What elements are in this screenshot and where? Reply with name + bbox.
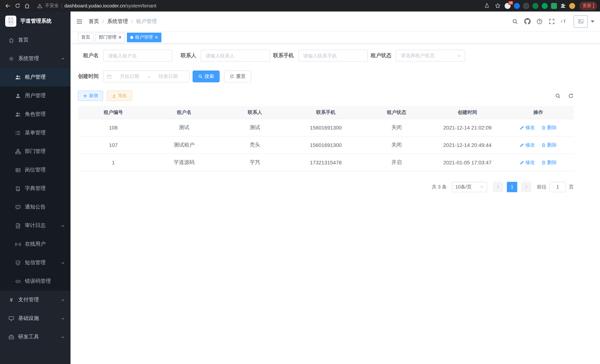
- goto-suffix: 页: [569, 184, 574, 190]
- search-icon: [198, 74, 203, 79]
- sidebar-item-online-users[interactable]: 在线用户: [0, 235, 71, 253]
- font-size-icon[interactable]: TT: [559, 16, 569, 27]
- next-page-button[interactable]: [521, 182, 531, 192]
- tenant-name-label: 租户名: [78, 52, 99, 59]
- chevron-down-icon: [61, 335, 65, 339]
- breadcrumb-system[interactable]: 系统管理: [107, 18, 128, 25]
- sidebar-item-dev-tools[interactable]: 研发工具: [0, 328, 71, 346]
- back-icon[interactable]: [3, 1, 13, 10]
- extension-darkgreen-icon[interactable]: [533, 3, 538, 9]
- security-label[interactable]: 不安全: [45, 3, 59, 9]
- url-text[interactable]: dashboard.yudao.iocoder.cn/system/tenant: [64, 3, 156, 9]
- help-icon[interactable]: [534, 16, 545, 27]
- reload-icon[interactable]: [13, 1, 22, 10]
- extension-blue-icon[interactable]: [514, 3, 520, 9]
- sidebar-item-infra[interactable]: 基础设施: [0, 309, 71, 328]
- app-logo[interactable]: 芋道管理系统: [0, 11, 71, 31]
- contact-label: 联系人: [176, 52, 196, 59]
- date-end-placeholder[interactable]: 结束日期: [150, 73, 186, 80]
- pay-yen-icon: ¥: [8, 297, 14, 302]
- extensions-puzzle-icon[interactable]: [560, 3, 566, 9]
- cell-created: 2021-01-05 17:03:47: [432, 154, 503, 171]
- sidebar-item-label: 错误码管理: [25, 278, 51, 285]
- sidebar-item-home[interactable]: 首页: [0, 31, 71, 49]
- reset-button[interactable]: 重置: [224, 71, 251, 82]
- refresh-icon: [230, 74, 234, 79]
- online-signal-icon: [15, 241, 21, 247]
- address-bar[interactable]: 不安全 dashboard.yudao.iocoder.cn/system/te…: [34, 1, 481, 10]
- tab-home[interactable]: 首页: [78, 32, 94, 42]
- browser-update-button[interactable]: 更新: [580, 2, 597, 10]
- search-toggle-icon[interactable]: [555, 93, 561, 99]
- plus-icon: [83, 94, 87, 98]
- goto-page-input[interactable]: [550, 182, 566, 192]
- sidebar-item-payment[interactable]: ¥ 支付管理: [0, 290, 71, 309]
- sidebar-item-dept[interactable]: 部门管理: [0, 142, 71, 161]
- kebab-menu-icon: [593, 3, 594, 8]
- breadcrumb-separator: /: [103, 18, 104, 24]
- sidebar-item-label: 首页: [18, 37, 28, 43]
- edit-link[interactable]: 修改: [520, 159, 535, 166]
- sidebar-item-notice[interactable]: 通知公告: [0, 198, 71, 216]
- sidebar-item-error-code[interactable]: 错误码管理: [0, 272, 71, 290]
- add-button[interactable]: 新增: [78, 91, 103, 101]
- cell-contact: 芋艿: [219, 154, 290, 171]
- filter-phone: 联系手机: [273, 50, 368, 62]
- table-header-row: 租户编号 租户名 联系人 联系手机 租户状态 创建时间 操作: [78, 106, 574, 119]
- breadcrumb-home[interactable]: 首页: [89, 18, 99, 25]
- infra-monitor-icon: [8, 316, 14, 321]
- tenant-name-input[interactable]: [103, 50, 173, 62]
- avatar-broken-image-icon[interactable]: [574, 15, 588, 28]
- profile-avatar-icon[interactable]: [569, 3, 575, 9]
- star-icon[interactable]: [494, 1, 501, 10]
- fullscreen-icon[interactable]: [547, 16, 557, 27]
- page-number-button[interactable]: 1: [507, 182, 517, 192]
- breadcrumb: 首页 / 系统管理 / 租户管理: [89, 18, 157, 25]
- extension-green-circle-icon[interactable]: [542, 3, 548, 9]
- sidebar-item-sms[interactable]: 短信管理: [0, 253, 71, 272]
- sidebar-item-user[interactable]: 用户管理: [0, 86, 71, 105]
- download-icon: [112, 94, 116, 98]
- sidebar-item-dict[interactable]: 字典管理: [0, 179, 71, 198]
- sidebar-item-menu[interactable]: 菜单管理: [0, 123, 71, 142]
- share-icon[interactable]: [483, 1, 490, 10]
- sidebar-item-label: 岗位管理: [25, 167, 46, 173]
- date-start-placeholder[interactable]: 开始日期: [112, 73, 147, 80]
- prev-page-button[interactable]: [493, 182, 503, 192]
- page-size-value: 10条/页: [455, 184, 472, 190]
- contact-input[interactable]: [201, 50, 270, 62]
- extension-green-square-icon[interactable]: [551, 3, 557, 9]
- sidebar-item-role[interactable]: 角色管理: [0, 105, 71, 123]
- sidebar-item-audit-log[interactable]: 审计日志: [0, 216, 71, 235]
- home-icon[interactable]: [22, 1, 32, 10]
- search-button[interactable]: 搜索: [193, 71, 220, 82]
- tab-dept[interactable]: 部门管理: [95, 32, 125, 42]
- main-area: 首页 / 系统管理 / 租户管理 TT 首页 部门管理: [71, 11, 600, 364]
- edit-link[interactable]: 修改: [520, 124, 535, 131]
- export-button[interactable]: 导出: [107, 91, 132, 101]
- github-icon[interactable]: [522, 16, 533, 27]
- sidebar-collapse-icon[interactable]: [76, 18, 83, 25]
- extension-adblock-icon[interactable]: 10: [505, 3, 511, 9]
- delete-link[interactable]: 删除: [542, 124, 557, 131]
- search-icon[interactable]: [510, 16, 520, 27]
- phone-input[interactable]: [298, 50, 368, 62]
- warning-triangle-icon: [37, 3, 42, 8]
- date-range-picker[interactable]: 开始日期 - 结束日期: [103, 71, 190, 82]
- sidebar-item-system[interactable]: 系统管理: [0, 49, 71, 68]
- sidebar-item-tenant[interactable]: 租户管理: [0, 68, 71, 86]
- close-icon[interactable]: [155, 36, 158, 39]
- tab-tenant[interactable]: 租户管理: [127, 32, 161, 42]
- close-icon[interactable]: [118, 36, 122, 39]
- caret-down-icon[interactable]: [591, 20, 594, 22]
- extension-dark-icon[interactable]: [523, 3, 529, 9]
- cell-tenant-name: 测试: [149, 119, 220, 136]
- page-size-select[interactable]: 10条/页: [452, 182, 487, 192]
- status-select[interactable]: 请选择租户状态: [396, 50, 465, 62]
- delete-link[interactable]: 删除: [542, 159, 557, 166]
- sidebar-item-post[interactable]: 岗位管理: [0, 161, 71, 179]
- delete-link[interactable]: 删除: [542, 141, 557, 148]
- edit-link[interactable]: 修改: [520, 141, 535, 148]
- refresh-icon[interactable]: [568, 93, 574, 99]
- filter-create-time: 创建时间 开始日期 - 结束日期: [78, 71, 190, 82]
